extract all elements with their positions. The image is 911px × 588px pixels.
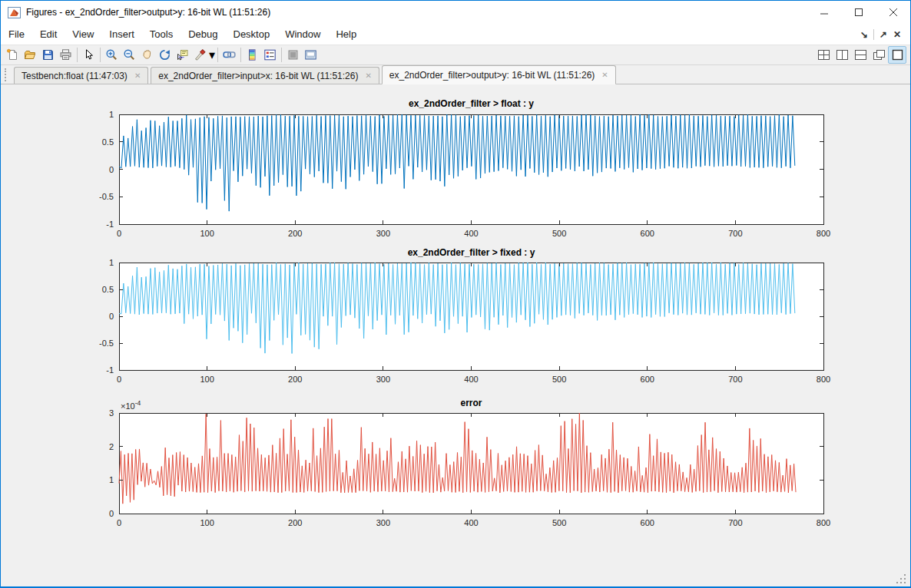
dock-separator xyxy=(873,29,874,40)
insert-legend-button[interactable] xyxy=(261,46,279,64)
tab-close-icon[interactable]: ✕ xyxy=(365,72,371,80)
save-icon xyxy=(41,48,55,61)
layout-split-horizontal-button[interactable] xyxy=(851,46,870,64)
x-tick-label: 200 xyxy=(288,229,302,238)
menu-dock-controls: ↘↗✕ xyxy=(857,27,910,42)
save-button[interactable] xyxy=(39,46,57,64)
layout-split-vertical-button[interactable] xyxy=(833,46,851,64)
x-tick-label: 200 xyxy=(288,518,302,527)
tab-label: ex_2ndOrder_filter>output>y: 16-bit WL (… xyxy=(389,70,595,81)
zoom-in-button[interactable] xyxy=(103,46,121,64)
x-tick-label: 500 xyxy=(552,375,566,384)
hide-plot-tools-button[interactable] xyxy=(284,46,302,64)
close-figure-icon: ✕ xyxy=(893,29,901,40)
y-tick-label: -1 xyxy=(106,220,114,229)
menu-item-window[interactable]: Window xyxy=(277,24,328,45)
dock-figure-icon: ↘ xyxy=(860,29,868,40)
tab-close-icon[interactable]: ✕ xyxy=(134,72,141,80)
open-folder-icon xyxy=(24,48,37,61)
x-tick-label: 800 xyxy=(817,375,830,384)
menu-item-file[interactable]: File xyxy=(1,24,32,45)
close-button[interactable] xyxy=(876,1,910,24)
insert-colorbar-button[interactable] xyxy=(243,46,261,64)
hide-plot-tools-icon xyxy=(287,48,300,61)
cursor-button[interactable] xyxy=(80,46,98,64)
tab-label: Testbench:float (11:47:03) xyxy=(22,71,128,81)
x-tick-label: 400 xyxy=(464,518,478,527)
open-folder-button[interactable] xyxy=(22,46,39,64)
x-tick-label: 100 xyxy=(200,375,214,384)
x-tick-label: 800 xyxy=(817,229,830,238)
undock-figure-icon: ↗ xyxy=(880,29,887,40)
figure-toolbar: ▾ xyxy=(1,45,910,65)
close-figure-button[interactable]: ✕ xyxy=(890,27,904,42)
window-title: Figures - ex_2ndOrder_filter>output>y: 1… xyxy=(26,7,807,18)
toolbar-buttons: ▾ xyxy=(4,46,320,64)
toolbar-separator xyxy=(281,48,282,62)
menu-item-debug[interactable]: Debug xyxy=(181,24,225,45)
maximize-icon xyxy=(854,8,863,17)
dock-figure-button[interactable]: ↘ xyxy=(857,27,871,42)
pan-button[interactable] xyxy=(138,46,156,64)
layout-split-horizontal-icon xyxy=(854,48,867,61)
brush-dropdown-caret-icon[interactable]: ▾ xyxy=(209,48,215,62)
x-tick-label: 700 xyxy=(728,229,742,238)
zoom-out-button[interactable] xyxy=(121,46,138,64)
y-tick-label: 0.5 xyxy=(102,137,114,147)
rotate-3d-button[interactable] xyxy=(156,46,174,64)
zoom-out-icon xyxy=(123,48,136,61)
insert-colorbar-icon xyxy=(246,48,259,61)
title-bar[interactable]: Figures - ex_2ndOrder_filter>output>y: 1… xyxy=(1,1,910,24)
menu-item-tools[interactable]: Tools xyxy=(142,24,181,45)
brush-button[interactable] xyxy=(191,46,209,64)
menu-item-desktop[interactable]: Desktop xyxy=(226,24,278,45)
show-plot-tools-button[interactable] xyxy=(302,46,320,64)
x-tick-label: 600 xyxy=(641,518,654,527)
link-plots-button[interactable] xyxy=(220,46,238,64)
menu-item-help[interactable]: Help xyxy=(328,24,364,45)
tabs-container: Testbench:float (11:47:03)✕ex_2ndOrder_f… xyxy=(14,65,618,84)
undock-figure-button[interactable]: ↗ xyxy=(876,27,890,42)
y-axis-multiplier-label: ×10-4 xyxy=(121,399,141,411)
layout-maximized-button[interactable] xyxy=(888,46,906,64)
figure-canvas[interactable]: 0100200300400500600700800-1-0.500.510100… xyxy=(1,84,910,586)
x-tick-label: 400 xyxy=(464,375,478,384)
brush-icon xyxy=(194,48,207,61)
layout-grid-button[interactable] xyxy=(814,46,833,64)
menu-item-view[interactable]: View xyxy=(65,24,101,45)
x-tick-label: 700 xyxy=(728,375,742,384)
tabbar-grip-handle[interactable] xyxy=(5,68,11,81)
figure-tab-1[interactable]: ex_2ndOrder_filter>input>x: 16-bit WL (1… xyxy=(151,67,379,84)
window-controls xyxy=(807,1,910,24)
x-tick-label: 0 xyxy=(117,375,121,384)
figure-tab-2[interactable]: ex_2ndOrder_filter>output>y: 16-bit WL (… xyxy=(382,65,616,84)
maximize-button[interactable] xyxy=(841,1,876,24)
datatip-button[interactable] xyxy=(174,46,191,64)
y-tick-label: -0.5 xyxy=(99,339,114,348)
x-tick-label: 300 xyxy=(376,518,390,527)
close-icon xyxy=(889,8,898,17)
y-tick-label: 1 xyxy=(109,110,114,119)
figure-app-icon xyxy=(8,7,21,18)
axes-box[interactable] xyxy=(119,114,823,224)
menu-item-edit[interactable]: Edit xyxy=(32,24,65,45)
figure-canvas-area: ex_2ndOrder_filter > float : y ex_2ndOrd… xyxy=(1,84,910,586)
menu-bar: FileEditViewInsertToolsDebugDesktopWindo… xyxy=(1,24,910,45)
y-tick-label: 0.5 xyxy=(102,285,114,294)
x-tick-label: 100 xyxy=(200,229,214,238)
layout-float-button[interactable] xyxy=(870,46,888,64)
x-tick-label: 600 xyxy=(641,229,654,238)
tab-label: ex_2ndOrder_filter>input>x: 16-bit WL (1… xyxy=(158,71,358,81)
figure-tab-0[interactable]: Testbench:float (11:47:03)✕ xyxy=(14,67,148,84)
x-tick-label: 0 xyxy=(117,518,121,527)
print-button[interactable] xyxy=(57,46,75,64)
minimize-button[interactable] xyxy=(807,1,841,24)
new-file-button[interactable] xyxy=(4,46,22,64)
y-tick-label: -0.5 xyxy=(99,192,114,201)
insert-legend-icon xyxy=(263,48,277,61)
window-resize-grip[interactable] xyxy=(896,574,898,576)
menu-item-insert[interactable]: Insert xyxy=(101,24,142,45)
tab-close-icon[interactable]: ✕ xyxy=(601,71,608,79)
toolbar-separator xyxy=(217,48,218,62)
toolbar-separator xyxy=(77,48,78,62)
